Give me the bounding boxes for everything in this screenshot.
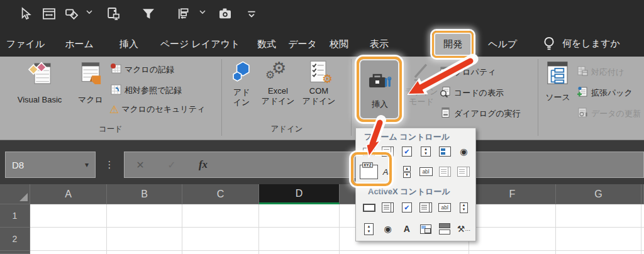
design-mode-button[interactable]: デザイン モード bbox=[404, 60, 439, 107]
refresh-data-button[interactable]: データの更新 bbox=[576, 106, 641, 121]
switch-windows-icon[interactable] bbox=[104, 4, 122, 23]
com-addins-label-line2: アドイン bbox=[302, 96, 335, 106]
activex-option-button-control[interactable]: ◉ bbox=[379, 224, 397, 233]
activex-check-box-control[interactable]: ✔ bbox=[397, 202, 416, 213]
excel-window: ファイル ホーム 挿入 ページ レイアウト 数式 データ 校閲 表示 開発 ヘル… bbox=[0, 0, 644, 254]
decrease-indent-icon[interactable] bbox=[175, 4, 192, 23]
form-scroll-bar-control[interactable]: ▲▼ bbox=[397, 166, 416, 178]
properties-button[interactable]: プロパティ bbox=[439, 65, 496, 80]
activex-image-control[interactable] bbox=[417, 224, 435, 234]
activex-toggle-button-control[interactable] bbox=[436, 223, 454, 235]
shapes-icon[interactable] bbox=[63, 4, 80, 23]
activex-command-button-control[interactable] bbox=[360, 204, 378, 212]
tab-home[interactable]: ホーム bbox=[61, 33, 97, 55]
form-list-box-control[interactable] bbox=[436, 146, 454, 157]
tab-data[interactable]: データ bbox=[284, 33, 321, 55]
code-group-label: コード bbox=[5, 124, 216, 135]
gridline bbox=[30, 227, 644, 228]
tab-file[interactable]: ファイル bbox=[8, 33, 43, 55]
run-dialog-button[interactable]: ダイアログの実行 bbox=[439, 106, 521, 121]
row-header-1[interactable]: 1 bbox=[0, 204, 30, 228]
cell-area[interactable] bbox=[30, 204, 644, 254]
column-header-d-selected[interactable]: D bbox=[259, 184, 340, 204]
activex-combo-box-control[interactable] bbox=[379, 202, 397, 213]
macro-security-label: マクロのセキュリティ bbox=[121, 104, 205, 115]
design-mode-label-line2: モード bbox=[409, 97, 434, 107]
record-macro-button[interactable]: マクロの記録 bbox=[109, 62, 174, 77]
camera-icon[interactable] bbox=[216, 4, 234, 23]
form-spin-button-control[interactable]: ▲▼ bbox=[417, 146, 435, 157]
form-combo-list-edit-control-disabled[interactable] bbox=[436, 167, 454, 177]
form-check-box-control[interactable]: ✔ bbox=[397, 146, 416, 157]
addins-label-line1: アド bbox=[233, 87, 250, 97]
activex-label-control[interactable]: A bbox=[397, 224, 416, 233]
group-separator bbox=[538, 59, 538, 136]
view-code-icon bbox=[439, 86, 452, 101]
column-header-c[interactable]: C bbox=[182, 184, 259, 204]
select-all-corner[interactable] bbox=[0, 184, 30, 204]
addins-button[interactable]: アド イン bbox=[225, 60, 258, 108]
relative-references-icon bbox=[109, 83, 122, 98]
tab-insert[interactable]: 挿入 bbox=[111, 33, 147, 55]
com-addins-button[interactable]: ⚙ COM アドイン bbox=[299, 60, 338, 106]
indent-dropdown-chevron-icon[interactable] bbox=[199, 9, 206, 16]
excel-addins-label-line1: Excel bbox=[268, 86, 288, 96]
row-header-partial[interactable] bbox=[0, 251, 30, 254]
macros-button[interactable]: マクロ bbox=[74, 60, 107, 105]
macro-security-button[interactable]: ⚠ マクロのセキュリティ bbox=[109, 104, 205, 115]
column-header-g[interactable]: G bbox=[556, 184, 641, 204]
formula-bar-splitter[interactable]: ⋮ bbox=[104, 152, 114, 178]
developer-tab-highlight bbox=[432, 31, 474, 58]
gridline bbox=[339, 204, 340, 254]
tab-page-layout[interactable]: ページ レイアウト bbox=[164, 33, 236, 55]
refresh-data-label: データの更新 bbox=[591, 108, 641, 119]
form-combo-dropdown-edit-control-disabled[interactable] bbox=[455, 167, 473, 177]
tab-help[interactable]: ヘルプ bbox=[484, 33, 521, 55]
insert-function-icon[interactable]: fx bbox=[187, 158, 219, 171]
name-box-dropdown-icon[interactable]: ▾ bbox=[85, 160, 89, 169]
activex-spin-button-control[interactable]: ▲▼ bbox=[455, 202, 473, 213]
formula-bar: D8 ▾ ⋮ ✕ ✓ fx bbox=[0, 140, 644, 184]
tell-me-search[interactable]: 何をしますか bbox=[562, 38, 620, 50]
enter-icon[interactable]: ✓ bbox=[156, 159, 187, 171]
filter-icon[interactable] bbox=[140, 4, 157, 23]
macros-icon bbox=[77, 60, 104, 91]
excel-addins-label-line2: アドイン bbox=[261, 96, 294, 106]
source-button[interactable]: ソース bbox=[541, 60, 575, 102]
activex-scroll-bar-control[interactable]: ▲▼ bbox=[360, 223, 378, 235]
excel-addins-icon: ⚙ ⚙ bbox=[265, 60, 291, 86]
map-properties-button[interactable]: 対応付け bbox=[576, 65, 624, 80]
activex-more-controls-button[interactable]: ⚒… bbox=[455, 224, 473, 233]
tab-review[interactable]: 校閲 bbox=[320, 33, 358, 55]
gridline bbox=[106, 204, 107, 254]
cancel-icon[interactable]: ✕ bbox=[125, 159, 156, 171]
map-properties-icon bbox=[576, 65, 589, 80]
shapes-dropdown-chevron-icon[interactable] bbox=[86, 9, 92, 16]
group-separator bbox=[221, 59, 222, 136]
customize-qat-icon[interactable] bbox=[243, 4, 260, 23]
map-properties-label: 対応付け bbox=[591, 67, 624, 78]
visual-basic-button[interactable]: Visual Basic bbox=[5, 60, 74, 105]
name-box[interactable]: D8 ▾ bbox=[5, 152, 96, 178]
select-cursor-icon[interactable] bbox=[16, 4, 34, 23]
excel-addins-button[interactable]: ⚙ ⚙ Excel アドイン bbox=[260, 60, 296, 106]
properties-label: プロパティ bbox=[454, 67, 496, 78]
column-header-b[interactable]: B bbox=[107, 184, 182, 204]
relative-references-button[interactable]: 相対参照で記録 bbox=[109, 83, 182, 98]
activex-list-box-control[interactable] bbox=[417, 202, 435, 213]
view-code-button[interactable]: コードの表示 bbox=[439, 86, 504, 101]
select-all-triangle-icon bbox=[19, 193, 28, 201]
column-header-f[interactable]: F bbox=[469, 184, 556, 204]
table-column-width-icon[interactable] bbox=[40, 4, 58, 23]
form-option-button-control[interactable]: ◉ bbox=[455, 147, 473, 156]
row-header-2[interactable]: 2 bbox=[0, 228, 30, 251]
activex-text-box-control[interactable]: abl bbox=[436, 203, 454, 212]
column-header-a[interactable]: A bbox=[30, 184, 107, 204]
expansion-packs-button[interactable]: 拡張パック bbox=[576, 86, 633, 101]
form-edit-box-control-disabled[interactable]: abl bbox=[417, 167, 435, 176]
expansion-packs-icon bbox=[576, 86, 589, 101]
column-header-partial[interactable] bbox=[641, 184, 644, 204]
tab-view[interactable]: 表示 bbox=[360, 33, 398, 55]
visual-basic-icon bbox=[26, 60, 53, 91]
tab-formulas[interactable]: 数式 bbox=[248, 33, 285, 55]
